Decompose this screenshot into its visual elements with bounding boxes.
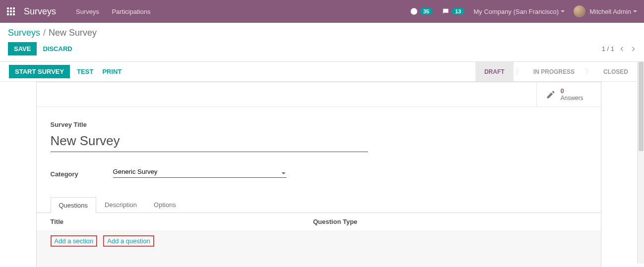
activity-indicator[interactable]: 35 <box>410 7 433 15</box>
add-row: Add a section Add a question <box>37 230 601 253</box>
brand-title: Surveys <box>24 6 56 17</box>
clock-icon <box>410 7 418 15</box>
test-button[interactable]: TEST <box>77 68 93 75</box>
company-name: My Company (San Francisco) <box>473 8 559 15</box>
user-menu[interactable]: Mitchell Admin <box>574 5 637 17</box>
pencil-icon <box>546 90 556 100</box>
chat-icon <box>442 7 450 15</box>
add-question-link[interactable]: Add a question <box>103 235 154 247</box>
pager-text: 1 / 1 <box>602 45 614 53</box>
form-sheet: 0 Answers Survey Title Category Question… <box>36 82 601 267</box>
print-button[interactable]: PRINT <box>102 68 121 75</box>
pager-next-icon[interactable] <box>630 46 636 52</box>
table-header: Title Question Type <box>37 213 601 230</box>
scrollbar-thumb[interactable] <box>639 62 644 151</box>
messages-indicator[interactable]: 13 <box>442 7 465 15</box>
nav-participations[interactable]: Participations <box>112 8 151 15</box>
pager: 1 / 1 <box>602 45 636 53</box>
tab-description[interactable]: Description <box>96 197 145 213</box>
topbar: Surveys Surveys Participations 35 13 My … <box>0 0 644 23</box>
col-question-type: Question Type <box>313 218 357 225</box>
activity-count: 35 <box>420 8 433 15</box>
empty-row <box>37 253 601 267</box>
start-survey-button[interactable]: START SURVEY <box>9 65 70 78</box>
pager-prev-icon[interactable] <box>619 46 625 52</box>
stage-closed[interactable]: CLOSED <box>594 62 637 81</box>
top-nav: Surveys Participations <box>76 8 162 15</box>
chevron-down-icon <box>633 10 637 12</box>
save-button[interactable]: SAVE <box>8 42 37 55</box>
tab-questions[interactable]: Questions <box>51 197 97 213</box>
message-count: 13 <box>452 8 465 15</box>
chevron-right-icon: 〉 <box>515 66 524 78</box>
breadcrumb-current: New Survey <box>49 28 97 38</box>
user-name: Mitchell Admin <box>589 8 631 15</box>
category-select[interactable] <box>113 166 287 178</box>
stage-draft[interactable]: DRAFT <box>475 62 514 81</box>
title-label: Survey Title <box>51 121 587 128</box>
breadcrumb-sep: / <box>43 28 46 38</box>
avatar <box>574 5 585 17</box>
breadcrumb-root[interactable]: Surveys <box>8 28 40 38</box>
discard-button[interactable]: DISCARD <box>43 45 72 53</box>
apps-icon[interactable] <box>7 7 15 15</box>
status-row: START SURVEY TEST PRINT DRAFT 〉 IN PROGR… <box>0 62 637 82</box>
breadcrumb: Surveys / New Survey <box>0 23 644 38</box>
chevron-down-icon <box>282 172 286 174</box>
action-row: SAVE DISCARD 1 / 1 <box>0 38 644 62</box>
stage-in-progress[interactable]: IN PROGRESS <box>525 62 584 81</box>
answers-label: Answers <box>561 95 584 102</box>
col-title: Title <box>51 218 313 225</box>
answers-count: 0 <box>561 87 584 95</box>
nav-surveys[interactable]: Surveys <box>76 8 99 15</box>
company-switcher[interactable]: My Company (San Francisco) <box>473 8 565 15</box>
chevron-right-icon: 〉 <box>585 66 593 78</box>
status-bar: DRAFT 〉 IN PROGRESS 〉 CLOSED <box>475 62 637 81</box>
answers-statbox[interactable]: 0 Answers <box>536 82 601 107</box>
questions-panel: Title Question Type Add a section Add a … <box>37 213 601 267</box>
category-label: Category <box>51 170 78 178</box>
tabs: Questions Description Options <box>37 197 601 213</box>
add-section-link[interactable]: Add a section <box>51 235 98 247</box>
chevron-down-icon <box>561 10 565 12</box>
tab-options[interactable]: Options <box>145 197 184 213</box>
category-input[interactable] <box>113 166 287 178</box>
survey-title-input[interactable] <box>51 131 368 152</box>
scrollbar[interactable] <box>637 62 644 264</box>
